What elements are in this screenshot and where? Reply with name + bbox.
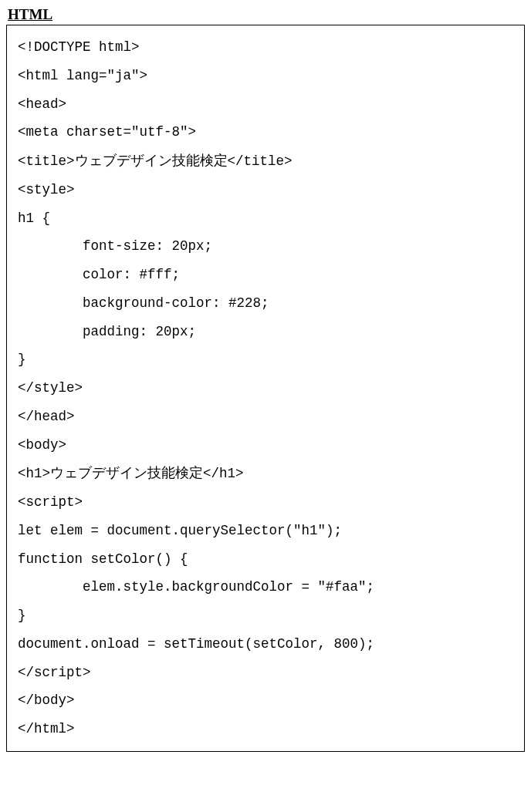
code-line: elem.style.backgroundColor = "#faa"; <box>18 579 374 595</box>
code-line: </head> <box>18 409 75 424</box>
code-line: document.onload = setTimeout(setColor, 8… <box>18 636 374 652</box>
code-line: </script> <box>18 665 91 680</box>
code-line: </style> <box>18 380 83 396</box>
code-line: font-size: 20px; <box>18 238 212 254</box>
code-line: } <box>18 608 26 623</box>
section-label: HTML <box>8 6 525 23</box>
code-line: color: #fff; <box>18 267 180 282</box>
code-line: <meta charset="utf-8"> <box>18 124 196 140</box>
code-line: } <box>18 352 26 367</box>
code-text-jp: ウェブデザイン技能検定 <box>50 465 203 480</box>
code-line: <h1> <box>18 466 50 481</box>
code-line: </html> <box>18 721 75 736</box>
code-line: <style> <box>18 182 75 197</box>
code-line: </title> <box>228 153 293 169</box>
code-line: <html lang="ja"> <box>18 68 147 83</box>
code-line: padding: 20px; <box>18 324 196 339</box>
code-line: background-color: #228; <box>18 295 269 311</box>
code-line: <title> <box>18 153 75 169</box>
code-block: <!DOCTYPE html> <html lang="ja"> <head> … <box>6 25 525 752</box>
code-text-jp: ウェブデザイン技能検定 <box>75 153 228 168</box>
code-line: let elem = document.querySelector("h1"); <box>18 523 342 538</box>
code-line: <script> <box>18 494 83 510</box>
code-line: </body> <box>18 692 75 708</box>
code-line: h1 { <box>18 211 50 226</box>
code-line: <!DOCTYPE html> <box>18 39 140 55</box>
code-line: </h1> <box>203 466 244 481</box>
code-line: <head> <box>18 96 66 112</box>
code-line: <body> <box>18 437 66 453</box>
code-line: function setColor() { <box>18 551 188 567</box>
